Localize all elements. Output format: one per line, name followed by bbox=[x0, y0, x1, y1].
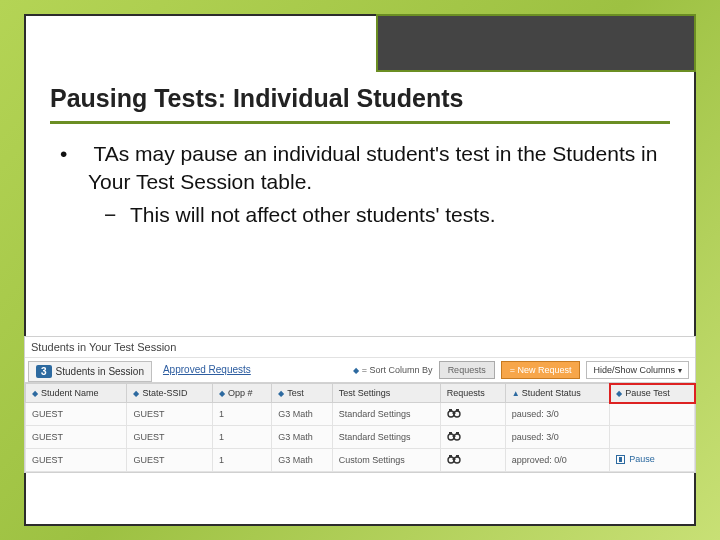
cell-requests[interactable] bbox=[440, 449, 505, 472]
screenshot-panel: Students in Your Test Session 3 Students… bbox=[24, 336, 696, 473]
cell-opp: 1 bbox=[212, 449, 271, 472]
sort-indicator-icon: ◆ bbox=[353, 366, 359, 375]
cell-pause-test bbox=[610, 403, 695, 426]
table-header-row: ◆Student Name ◆State-SSID ◆Opp # ◆Test T… bbox=[26, 384, 695, 403]
students-table: ◆Student Name ◆State-SSID ◆Opp # ◆Test T… bbox=[25, 383, 695, 472]
decorative-corner-box bbox=[376, 14, 696, 72]
cell-test-settings: Custom Settings bbox=[332, 449, 440, 472]
tab-label: Students in Session bbox=[56, 366, 144, 377]
new-request-button[interactable]: = New Request bbox=[501, 361, 581, 379]
cell-student-name: GUEST bbox=[26, 403, 127, 426]
cell-student-name: GUEST bbox=[26, 449, 127, 472]
cell-requests[interactable] bbox=[440, 426, 505, 449]
col-state-ssid[interactable]: ◆State-SSID bbox=[127, 384, 212, 403]
bullet-main: TAs may pause an individual student's te… bbox=[88, 140, 684, 229]
col-requests[interactable]: Requests bbox=[440, 384, 505, 403]
cell-state-ssid: GUEST bbox=[127, 449, 212, 472]
cell-test: G3 Math bbox=[272, 449, 333, 472]
cell-test: G3 Math bbox=[272, 426, 333, 449]
sort-dot-icon: ◆ bbox=[133, 389, 139, 398]
tab-students-in-session[interactable]: 3 Students in Session bbox=[28, 361, 152, 382]
pause-button[interactable]: Pause bbox=[616, 454, 655, 464]
binoculars-icon bbox=[447, 454, 461, 464]
cell-test-settings: Standard Settings bbox=[332, 426, 440, 449]
svg-rect-14 bbox=[456, 455, 459, 457]
svg-rect-4 bbox=[456, 409, 459, 411]
col-student-name[interactable]: ◆Student Name bbox=[26, 384, 127, 403]
col-pause-test[interactable]: ◆Pause Test bbox=[610, 384, 695, 403]
session-count-badge: 3 bbox=[36, 365, 52, 378]
svg-rect-3 bbox=[449, 409, 452, 411]
sort-dot-icon: ◆ bbox=[32, 389, 38, 398]
cell-pause-test bbox=[610, 426, 695, 449]
hide-show-columns-button[interactable]: Hide/Show Columns ▾ bbox=[586, 361, 689, 379]
binoculars-icon bbox=[447, 408, 461, 418]
col-test[interactable]: ◆Test bbox=[272, 384, 333, 403]
slide-frame: Pausing Tests: Individual Students TAs m… bbox=[24, 14, 696, 526]
cell-requests[interactable] bbox=[440, 403, 505, 426]
cell-state-ssid: GUEST bbox=[127, 426, 212, 449]
cell-student-status: approved: 0/0 bbox=[505, 449, 610, 472]
cell-pause-test[interactable]: Pause bbox=[610, 449, 695, 472]
slide-body: TAs may pause an individual student's te… bbox=[26, 124, 694, 229]
table-row: GUESTGUEST1G3 MathCustom Settingsapprove… bbox=[26, 449, 695, 472]
cell-state-ssid: GUEST bbox=[127, 403, 212, 426]
svg-rect-12 bbox=[452, 459, 455, 461]
cell-opp: 1 bbox=[212, 426, 271, 449]
svg-rect-8 bbox=[449, 432, 452, 434]
cell-student-status: paused: 3/0 bbox=[505, 426, 610, 449]
cell-test: G3 Math bbox=[272, 403, 333, 426]
cell-test-settings: Standard Settings bbox=[332, 403, 440, 426]
table-row: GUESTGUEST1G3 MathStandard Settingspause… bbox=[26, 426, 695, 449]
bullet-sub: This will not affect other students' tes… bbox=[130, 201, 684, 229]
pause-icon bbox=[616, 455, 625, 464]
col-opp[interactable]: ◆Opp # bbox=[212, 384, 271, 403]
bullet-main-text: TAs may pause an individual student's te… bbox=[88, 142, 657, 193]
toolbar-right: ◆= Sort Column By Requests = New Request… bbox=[353, 358, 695, 382]
approved-requests-link[interactable]: Approved Requests bbox=[155, 358, 259, 382]
panel-toolbar: 3 Students in Session Approved Requests … bbox=[25, 358, 695, 383]
pause-label: Pause bbox=[629, 454, 655, 464]
col-student-status[interactable]: ▲Student Status bbox=[505, 384, 610, 403]
cell-opp: 1 bbox=[212, 403, 271, 426]
svg-rect-2 bbox=[452, 413, 455, 415]
svg-rect-13 bbox=[449, 455, 452, 457]
table-row: GUESTGUEST1G3 MathStandard Settingspause… bbox=[26, 403, 695, 426]
svg-rect-7 bbox=[452, 436, 455, 438]
sort-arrow-icon: ▲ bbox=[512, 389, 520, 398]
binoculars-icon bbox=[447, 431, 461, 441]
cell-student-status: paused: 3/0 bbox=[505, 403, 610, 426]
svg-rect-9 bbox=[456, 432, 459, 434]
sort-dot-icon: ◆ bbox=[278, 389, 284, 398]
col-test-settings[interactable]: Test Settings bbox=[332, 384, 440, 403]
sort-dot-icon: ◆ bbox=[616, 389, 622, 398]
cell-student-name: GUEST bbox=[26, 426, 127, 449]
panel-title: Students in Your Test Session bbox=[25, 337, 695, 358]
sort-hint: ◆= Sort Column By bbox=[353, 365, 433, 375]
sort-dot-icon: ◆ bbox=[219, 389, 225, 398]
hide-show-label: Hide/Show Columns bbox=[593, 365, 675, 375]
chevron-down-icon: ▾ bbox=[678, 366, 682, 375]
requests-button[interactable]: Requests bbox=[439, 361, 495, 379]
